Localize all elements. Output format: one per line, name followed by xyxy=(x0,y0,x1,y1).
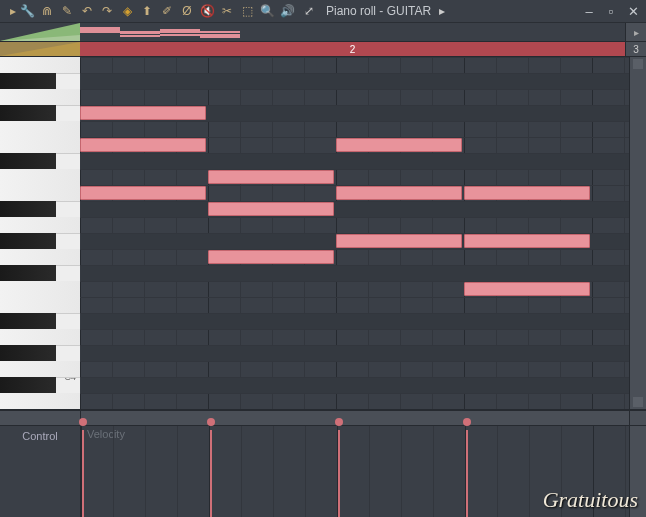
midi-note[interactable] xyxy=(336,234,462,248)
ruler-end-marker: 3 xyxy=(625,42,646,56)
maximize-button[interactable]: ▫ xyxy=(604,4,618,18)
velocity-event[interactable] xyxy=(338,430,340,517)
pencil-icon[interactable]: ✎ xyxy=(60,4,74,18)
close-button[interactable]: ✕ xyxy=(626,4,640,18)
midi-note[interactable] xyxy=(80,106,206,120)
minimize-button[interactable]: – xyxy=(582,4,596,18)
bar-number: 2 xyxy=(350,44,356,55)
brush-icon[interactable]: ✐ xyxy=(160,4,174,18)
toolbar: 🔧 ⋒ ✎ ↶ ↷ ◈ ⬆ ✐ Ø 🔇 ✂ ⬚ 🔍 🔊 xyxy=(20,4,294,18)
midi-note[interactable] xyxy=(464,234,590,248)
overview-strip: ▸ xyxy=(0,23,646,42)
main-area: C5C4 xyxy=(0,57,646,410)
select-icon[interactable]: ⬚ xyxy=(240,4,254,18)
title-arrow-icon[interactable]: ▸ xyxy=(435,4,449,18)
midi-note[interactable] xyxy=(80,186,206,200)
velocity-scrollbar[interactable] xyxy=(629,426,646,517)
undo-icon[interactable]: ↶ xyxy=(80,4,94,18)
window-title: Piano roll - GUITAR xyxy=(326,4,431,18)
vertical-scrollbar[interactable] xyxy=(629,57,646,409)
zoom-icon[interactable]: 🔍 xyxy=(260,4,274,18)
midi-note[interactable] xyxy=(208,170,334,184)
channel-arrow-icon[interactable]: ⤢ xyxy=(302,4,316,18)
wrench-icon[interactable]: 🔧 xyxy=(20,4,34,18)
ruler-bars[interactable]: 2 xyxy=(80,42,625,56)
magnet-icon[interactable]: ⋒ xyxy=(40,4,54,18)
midi-note[interactable] xyxy=(80,138,206,152)
horizontal-scrollbar[interactable] xyxy=(0,410,646,426)
midi-note[interactable] xyxy=(464,186,590,200)
window-controls: – ▫ ✕ xyxy=(582,4,640,18)
piano-keyboard[interactable]: C5C4 xyxy=(0,57,80,409)
velocity-event[interactable] xyxy=(466,430,468,517)
overview-corner[interactable] xyxy=(0,23,80,41)
velocity-panel: Control Velocity xyxy=(0,426,646,517)
overview-minimap[interactable] xyxy=(80,23,625,41)
note-grid[interactable] xyxy=(80,57,629,409)
timeline-ruler[interactable]: 2 3 xyxy=(0,42,646,57)
midi-note[interactable] xyxy=(336,138,462,152)
play-icon[interactable]: 🔊 xyxy=(280,4,294,18)
velocity-field-label: Velocity xyxy=(87,428,125,440)
cursor-icon[interactable]: ⬆ xyxy=(140,4,154,18)
mute-icon[interactable]: 🔇 xyxy=(200,4,214,18)
velocity-event[interactable] xyxy=(210,430,212,517)
midi-note[interactable] xyxy=(464,282,590,296)
slice-icon[interactable]: ✂ xyxy=(220,4,234,18)
control-label[interactable]: Control xyxy=(0,426,81,517)
menu-arrow-icon[interactable]: ▸ xyxy=(6,4,20,18)
overview-navigate-button[interactable]: ▸ xyxy=(625,23,646,41)
titlebar: ▸ 🔧 ⋒ ✎ ↶ ↷ ◈ ⬆ ✐ Ø 🔇 ✂ ⬚ 🔍 🔊 ⤢ Piano ro… xyxy=(0,0,646,23)
midi-note[interactable] xyxy=(208,250,334,264)
svg-marker-2 xyxy=(0,42,80,56)
velocity-event[interactable] xyxy=(82,430,84,517)
midi-note[interactable] xyxy=(208,202,334,216)
cut-icon[interactable]: Ø xyxy=(180,4,194,18)
tag-icon[interactable]: ◈ xyxy=(120,4,134,18)
velocity-grid[interactable]: Velocity xyxy=(81,426,629,517)
redo-icon[interactable]: ↷ xyxy=(100,4,114,18)
midi-note[interactable] xyxy=(336,186,462,200)
ruler-options[interactable] xyxy=(0,42,80,56)
piano-roll-window: ▸ 🔧 ⋒ ✎ ↶ ↷ ◈ ⬆ ✐ Ø 🔇 ✂ ⬚ 🔍 🔊 ⤢ Piano ro… xyxy=(0,0,646,517)
